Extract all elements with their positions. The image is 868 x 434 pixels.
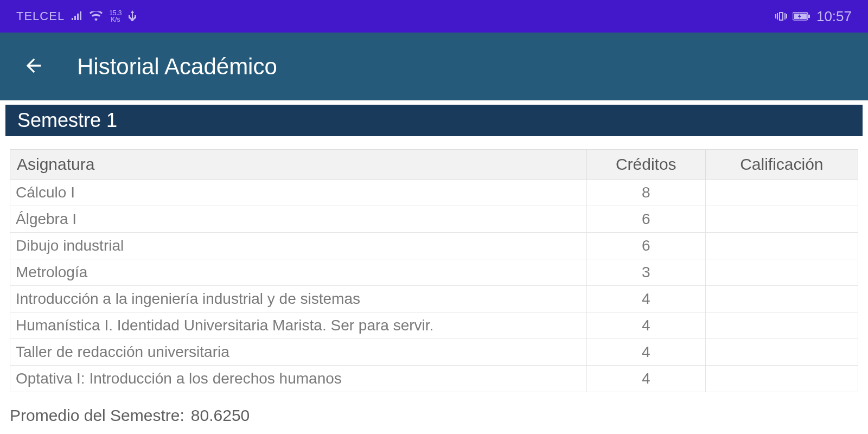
grades-table: Asignatura Créditos Calificación Cálculo…	[10, 149, 858, 392]
vibrate-icon	[775, 11, 787, 22]
table-row: Metrología3	[10, 259, 858, 286]
table-row: Taller de redacción universitaria4	[10, 339, 858, 366]
table-header-row: Asignatura Créditos Calificación	[10, 150, 858, 180]
cell-subject: Humanística I. Identidad Universitaria M…	[10, 312, 587, 339]
cell-credits: 4	[586, 339, 705, 366]
cell-grade	[705, 233, 858, 259]
section-header: Semestre 1	[5, 105, 863, 136]
cell-credits: 8	[586, 180, 705, 206]
cell-credits: 4	[586, 366, 705, 392]
cell-credits: 6	[586, 206, 705, 233]
header-subject: Asignatura	[10, 150, 587, 180]
grades-table-container: Asignatura Créditos Calificación Cálculo…	[10, 149, 858, 392]
back-arrow-icon[interactable]	[23, 55, 44, 79]
cell-credits: 4	[586, 286, 705, 312]
speed-unit: K/s	[111, 16, 120, 23]
signal-icon	[71, 11, 83, 21]
cell-grade	[705, 286, 858, 312]
wifi-icon	[90, 11, 103, 21]
cell-grade	[705, 206, 858, 233]
cell-subject: Optativa I: Introducción a los derechos …	[10, 366, 587, 392]
cell-credits: 3	[586, 259, 705, 286]
status-bar: TELCEL 15.3 K/s 10:57	[0, 0, 868, 33]
cell-grade	[705, 312, 858, 339]
cell-credits: 4	[586, 312, 705, 339]
table-row: Dibujo industrial6	[10, 233, 858, 259]
section-title: Semestre 1	[17, 109, 117, 131]
header-credits: Créditos	[586, 150, 705, 180]
cell-grade	[705, 366, 858, 392]
cell-grade	[705, 339, 858, 366]
carrier-label: TELCEL	[16, 9, 65, 23]
cell-subject: Álgebra I	[10, 206, 587, 233]
semester-average: Promedio del Semestre: 80.6250	[10, 406, 858, 425]
battery-icon	[793, 11, 811, 21]
table-row: Humanística I. Identidad Universitaria M…	[10, 312, 858, 339]
table-row: Cálculo I8	[10, 180, 858, 206]
table-row: Álgebra I6	[10, 206, 858, 233]
cell-grade	[705, 259, 858, 286]
cell-credits: 6	[586, 233, 705, 259]
average-label: Promedio del Semestre:	[10, 406, 184, 425]
average-value: 80.6250	[191, 406, 250, 425]
cell-grade	[705, 180, 858, 206]
table-row: Introducción a la ingeniería industrial …	[10, 286, 858, 312]
clock: 10:57	[816, 8, 852, 25]
network-speed: 15.3 K/s	[109, 10, 122, 23]
svg-rect-2	[808, 15, 810, 18]
status-left: TELCEL 15.3 K/s	[16, 9, 136, 23]
status-right: 10:57	[775, 8, 852, 25]
cell-subject: Taller de redacción universitaria	[10, 339, 587, 366]
app-bar: Historial Académico	[0, 33, 868, 100]
cell-subject: Introducción a la ingeniería industrial …	[10, 286, 587, 312]
cell-subject: Cálculo I	[10, 180, 587, 206]
page-title: Historial Académico	[77, 54, 277, 80]
cell-subject: Metrología	[10, 259, 587, 286]
header-grade: Calificación	[705, 150, 858, 180]
cell-subject: Dibujo industrial	[10, 233, 587, 259]
table-row: Optativa I: Introducción a los derechos …	[10, 366, 858, 392]
usb-icon	[129, 10, 136, 22]
